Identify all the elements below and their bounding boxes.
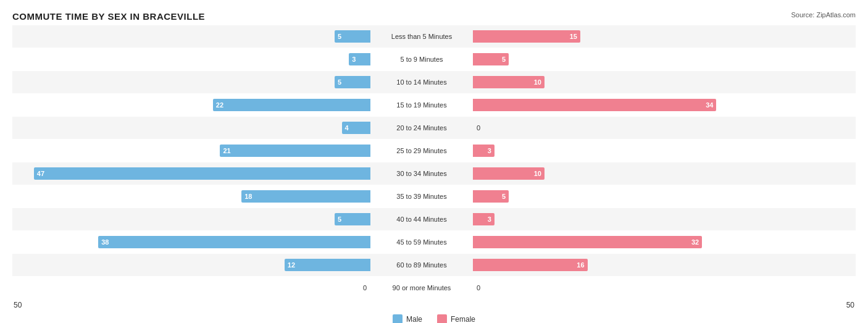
table-row: 2215 to 19 Minutes34 (12, 94, 856, 116)
male-value: 0 (363, 284, 367, 292)
table-row: 540 to 44 Minutes3 (12, 208, 856, 230)
female-value: 16 (577, 261, 587, 269)
legend-male-box (393, 314, 403, 323)
female-value: 34 (706, 101, 716, 109)
female-value: 32 (691, 238, 702, 246)
row-label: 60 to 89 Minutes (370, 261, 473, 269)
row-label: 35 to 39 Minutes (370, 193, 473, 200)
axis-labels: 50 50 (12, 300, 856, 311)
row-label: 25 to 29 Minutes (370, 147, 473, 154)
legend-female-box (437, 314, 447, 323)
row-label: 30 to 34 Minutes (370, 170, 473, 177)
male-value: 38 (98, 238, 109, 246)
legend-female: Female (437, 314, 475, 323)
chart-title: COMMUTE TIME BY SEX IN BRACEVILLE (12, 11, 856, 22)
female-value: 0 (477, 284, 480, 292)
female-value: 5 (502, 56, 509, 63)
row-label: 40 to 44 Minutes (370, 216, 473, 223)
axis-right-value: 50 (485, 300, 856, 311)
female-value: 3 (488, 216, 495, 223)
male-value: 3 (349, 56, 356, 63)
male-value: 12 (285, 261, 295, 269)
row-label: 20 to 24 Minutes (370, 124, 473, 132)
male-value: 18 (241, 193, 252, 200)
row-label: 5 to 9 Minutes (370, 56, 473, 63)
table-row: 510 to 14 Minutes10 (12, 71, 856, 93)
axis-label-spacer (383, 300, 485, 311)
chart-container: COMMUTE TIME BY SEX IN BRACEVILLE Source… (0, 0, 868, 323)
table-row: 2125 to 29 Minutes3 (12, 140, 856, 162)
male-value: 4 (342, 124, 349, 132)
legend-male-label: Male (406, 315, 422, 323)
row-label: 15 to 19 Minutes (370, 101, 473, 109)
table-row: 35 to 9 Minutes5 (12, 48, 856, 70)
legend: Male Female (12, 314, 856, 323)
table-row: 1835 to 39 Minutes5 (12, 185, 856, 208)
table-row: 420 to 24 Minutes0 (12, 117, 856, 139)
female-value: 3 (488, 147, 495, 154)
female-value: 10 (534, 170, 545, 177)
male-value: 21 (220, 147, 230, 154)
table-row: 5Less than 5 Minutes15 (12, 25, 856, 48)
legend-female-label: Female (451, 315, 475, 323)
table-row: 3845 to 59 Minutes32 (12, 231, 856, 253)
male-value: 5 (335, 33, 341, 40)
chart-area: 5Less than 5 Minutes1535 to 9 Minutes551… (12, 25, 856, 299)
female-value: 0 (477, 124, 480, 132)
row-label: 10 to 14 Minutes (370, 78, 473, 86)
row-label: Less than 5 Minutes (370, 33, 473, 40)
male-value: 5 (335, 216, 341, 223)
legend-male: Male (393, 314, 422, 323)
male-value: 47 (34, 170, 44, 177)
table-row: 1260 to 89 Minutes16 (12, 254, 856, 276)
row-label: 90 or more Minutes (370, 284, 473, 292)
table-row: 090 or more Minutes0 (12, 277, 856, 299)
axis-left-value: 50 (12, 300, 383, 311)
row-label: 45 to 59 Minutes (370, 238, 473, 246)
female-value: 15 (570, 33, 580, 40)
male-value: 22 (213, 101, 223, 109)
female-value: 5 (502, 193, 509, 200)
source-text: Source: ZipAtlas.com (791, 11, 856, 19)
table-row: 4730 to 34 Minutes10 (12, 162, 856, 185)
female-value: 10 (534, 78, 545, 86)
male-value: 5 (335, 78, 341, 86)
